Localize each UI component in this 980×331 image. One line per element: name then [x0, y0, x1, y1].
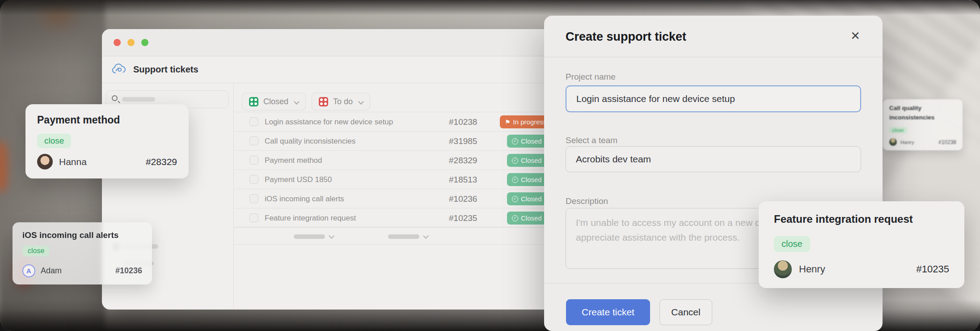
avatar	[774, 260, 792, 278]
pagination-skeleton[interactable]	[388, 234, 419, 239]
assignee-name: Hanry	[900, 140, 914, 145]
search-placeholder-skeleton	[122, 97, 155, 102]
row-checkbox[interactable]	[249, 194, 258, 203]
avatar	[37, 154, 53, 170]
cloud-logo-icon	[111, 62, 127, 78]
ticket-number: #18513	[449, 175, 477, 185]
row-checkbox[interactable]	[249, 175, 258, 184]
chevron-down-icon[interactable]	[423, 233, 429, 239]
ticket-number: #10235	[449, 213, 477, 223]
backdrop-shade	[0, 0, 980, 15]
ticket-card-feature-request: Feature integration request close Henry …	[759, 201, 964, 288]
ticket-number: #28329	[449, 156, 477, 166]
close-tag: close	[889, 127, 907, 133]
pagination-skeleton[interactable]	[294, 234, 325, 239]
ticket-number: #10235	[917, 263, 949, 275]
team-select[interactable]: Acrobits dev team	[566, 146, 861, 172]
ticket-number: #10238	[938, 139, 956, 145]
card-title: iOS incoming call alerts	[22, 230, 118, 240]
search-icon	[112, 95, 118, 101]
description-label: Description	[566, 196, 608, 206]
status-icon: ✓	[512, 157, 518, 164]
status-icon: ⚑	[505, 119, 511, 125]
team-label: Select a team	[566, 136, 617, 145]
create-ticket-button[interactable]: Create ticket	[566, 299, 650, 325]
status-badge: ✓ Closed	[507, 212, 547, 225]
close-tag: close	[774, 236, 810, 252]
grid-icon	[319, 97, 328, 106]
filter-todo[interactable]: To do	[312, 93, 370, 110]
ticket-title: Feature integration request	[265, 214, 356, 223]
ticket-number: #10238	[449, 117, 477, 127]
ticket-number: #10236	[115, 266, 142, 276]
assignee-name: Hanna	[59, 157, 87, 167]
chevron-down-icon[interactable]	[329, 233, 334, 239]
traffic-light-zoom[interactable]	[141, 39, 148, 46]
filter-label: To do	[333, 97, 353, 106]
status-badge: ✓ Closed	[507, 173, 547, 186]
ticket-title: Login assistance for new device setup	[265, 118, 393, 127]
card-title: Call quality inconsistencies	[889, 104, 943, 123]
ticket-title: Call quality inconsistencies	[265, 137, 355, 146]
ticket-number: #10236	[449, 194, 477, 204]
close-icon[interactable]: ✕	[850, 29, 860, 43]
modal-title: Create support ticket	[566, 30, 686, 44]
divider	[544, 57, 883, 57]
avatar: A	[22, 264, 35, 277]
assignee-name: Adam	[41, 266, 62, 276]
ticket-title: Payment method	[265, 156, 322, 165]
ticket-number: #31985	[449, 136, 477, 146]
cancel-button[interactable]: Cancel	[659, 299, 712, 325]
status-icon: ✓	[512, 177, 518, 183]
status-icon: ✓	[512, 196, 518, 202]
status-badge: ✓ Closed	[507, 135, 547, 148]
ticket-card-ios-alerts: iOS incoming call alerts close A Adam #1…	[13, 222, 152, 284]
screenshot-canvas: Support tickets Closed	[0, 0, 980, 331]
card-title: Feature integration request	[774, 213, 913, 225]
ticket-title: Payment USD 1850	[265, 175, 332, 184]
status-badge: ✓ Closed	[507, 192, 547, 205]
status-icon: ✓	[512, 215, 518, 221]
grid-icon	[249, 97, 258, 106]
ticket-title: iOS incoming call alerts	[265, 195, 344, 204]
filter-label: Closed	[263, 97, 288, 106]
avatar	[889, 138, 897, 146]
filter-bar: Closed To do	[242, 93, 370, 110]
row-checkbox[interactable]	[249, 156, 258, 165]
card-title: Payment method	[37, 114, 120, 126]
status-badge: ✓ Closed	[507, 154, 547, 167]
filter-closed[interactable]: Closed	[242, 93, 306, 110]
close-tag: close	[37, 134, 71, 148]
project-name-label: Project name	[566, 72, 616, 82]
assignee-name: Henry	[799, 263, 825, 275]
row-checkbox[interactable]	[249, 117, 258, 126]
traffic-light-close[interactable]	[114, 39, 121, 46]
chevron-down-icon	[358, 99, 364, 105]
close-tag: close	[22, 246, 50, 256]
page-title: Support tickets	[133, 64, 199, 75]
ticket-card-call-quality: Call quality inconsistencies close Hanry…	[883, 99, 963, 150]
project-name-field[interactable]	[566, 85, 861, 112]
row-checkbox[interactable]	[249, 213, 258, 222]
status-icon: ✓	[512, 138, 518, 144]
row-checkbox[interactable]	[249, 136, 258, 145]
ticket-card-payment-method: Payment method close Hanna #28329	[25, 104, 189, 178]
ticket-number: #28329	[146, 157, 177, 167]
traffic-light-minimize[interactable]	[127, 39, 135, 46]
chevron-down-icon	[294, 99, 300, 105]
